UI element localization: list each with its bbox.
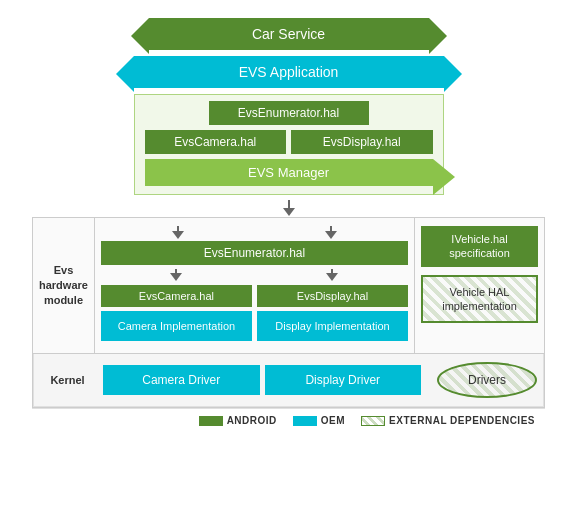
- display-impl-label: Display Implementation: [275, 320, 389, 332]
- vehicle-hal-label: Vehicle HAL implementation: [442, 286, 517, 312]
- evs-manager-label: EVS Manager: [248, 165, 329, 180]
- evs-label-line1: Evs: [54, 263, 74, 278]
- android-color: [199, 416, 223, 426]
- legend-android: ANDROID: [199, 415, 277, 426]
- hal-camera-label: EvsCamera.hal: [174, 135, 256, 149]
- arrow-cam-impl: [170, 269, 182, 281]
- display-driver-box: Display Driver: [265, 365, 422, 395]
- inner-camera-label: EvsCamera.hal: [139, 290, 214, 302]
- inner-hal-row: [101, 269, 408, 281]
- hal-enumerator-top: EvsEnumerator.hal: [209, 101, 369, 125]
- kernel-text: Kernel: [50, 374, 84, 386]
- ext-legend-label: EXTERNAL DEPENDENCIES: [389, 415, 535, 426]
- hal-display-box: EvsDisplay.hal: [291, 130, 433, 154]
- inner-hal-chips: EvsCamera.hal EvsDisplay.hal: [101, 285, 408, 307]
- inner-enumerator-label: EvsEnumerator.hal: [204, 246, 305, 260]
- car-service-label: Car Service: [252, 26, 325, 42]
- inner-hal-camera: EvsCamera.hal: [101, 285, 252, 307]
- main-section: Evs hardware module: [33, 218, 544, 354]
- android-legend-label: ANDROID: [227, 415, 277, 426]
- legend: ANDROID OEM EXTERNAL DEPENDENCIES: [32, 408, 545, 432]
- ext-color: [361, 416, 385, 426]
- ivehicle-label: IVehicle.hal specification: [449, 233, 510, 259]
- evs-manager-box: EVS Manager: [145, 159, 433, 186]
- hal-row: EvsCamera.hal EvsDisplay.hal: [145, 130, 433, 154]
- camera-impl-box: Camera Implementation: [101, 311, 252, 341]
- display-driver-label: Display Driver: [305, 373, 380, 387]
- hal-display-label: EvsDisplay.hal: [323, 135, 401, 149]
- inner-hal-enumerator: EvsEnumerator.hal: [101, 241, 408, 265]
- kernel-drivers: Camera Driver Display Driver: [103, 365, 421, 395]
- camera-impl-label: Camera Implementation: [118, 320, 235, 332]
- hal-camera-box: EvsCamera.hal: [145, 130, 287, 154]
- diagram: Car Service EVS Application EvsEnumerato…: [0, 0, 577, 522]
- evs-label-line3: module: [44, 293, 83, 308]
- arrow-camera: [172, 226, 184, 239]
- evs-label-line2: hardware: [39, 278, 88, 293]
- legend-oem: OEM: [293, 415, 345, 426]
- evs-app-label: EVS Application: [239, 64, 339, 80]
- camera-driver-box: Camera Driver: [103, 365, 260, 395]
- kernel-section: Kernel Camera Driver Display Driver Driv…: [33, 354, 544, 407]
- arrow-to-main: [32, 200, 545, 216]
- oem-legend-label: OEM: [321, 415, 345, 426]
- legend-ext: EXTERNAL DEPENDENCIES: [361, 415, 535, 426]
- down-arrow: [283, 200, 295, 216]
- camera-driver-label: Camera Driver: [142, 373, 220, 387]
- main-right: IVehicle.hal specification Vehicle HAL i…: [414, 218, 544, 353]
- kernel-label: Kernel: [40, 374, 95, 386]
- vehicle-hal-box: Vehicle HAL implementation: [421, 275, 538, 324]
- inner-hal-display: EvsDisplay.hal: [257, 285, 408, 307]
- drivers-label: Drivers: [468, 373, 506, 387]
- evs-hardware-module-label: Evs hardware module: [33, 218, 95, 353]
- hal-section: EvsEnumerator.hal EvsCamera.hal EvsDispl…: [32, 94, 545, 195]
- car-service-box: Car Service: [149, 18, 429, 50]
- inner-display-label: EvsDisplay.hal: [297, 290, 368, 302]
- hal-group: EvsEnumerator.hal EvsCamera.hal EvsDispl…: [134, 94, 444, 195]
- evs-app-box: EVS Application: [134, 56, 444, 88]
- drivers-ellipse: Drivers: [437, 362, 537, 398]
- top-section: Car Service EVS Application: [32, 18, 545, 88]
- arrow-display: [325, 226, 337, 239]
- impl-row: Camera Implementation Display Implementa…: [101, 311, 408, 341]
- main-center: EvsEnumerator.hal: [95, 218, 414, 353]
- display-impl-box: Display Implementation: [257, 311, 408, 341]
- oem-color: [293, 416, 317, 426]
- ivehicle-box: IVehicle.hal specification: [421, 226, 538, 267]
- arrow-disp-impl: [326, 269, 338, 281]
- hal-enumerator-label: EvsEnumerator.hal: [238, 106, 339, 120]
